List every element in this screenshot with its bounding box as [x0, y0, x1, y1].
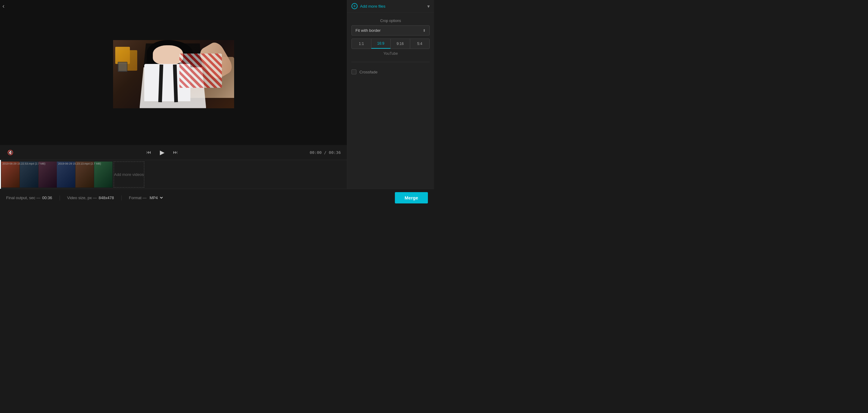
- timeline-clips: 2019-06-29 15.22.53.mp4 (2.7 MB) 2019-06…: [0, 161, 147, 187]
- video-size-item: Video size, px — 848x478: [67, 196, 114, 200]
- clip-1-thumb-3: [38, 161, 57, 187]
- clip-2-label: 2019-06-29 15.23.13.mp4 (2.7 MB): [58, 162, 101, 165]
- status-divider-1: [60, 196, 60, 200]
- output-value: 00:36: [42, 196, 52, 200]
- aspect-1-1-button[interactable]: 1:1: [352, 39, 371, 49]
- chevron-down-icon[interactable]: ▾: [427, 3, 430, 9]
- skip-back-icon: ⏮: [146, 150, 151, 155]
- format-select[interactable]: MP4 MOV AVI: [149, 195, 164, 200]
- play-icon: ▶: [160, 149, 164, 156]
- size-label: Video size, px —: [67, 196, 97, 200]
- add-files-label: Add more files: [360, 4, 385, 8]
- format-item: Format — MP4 MOV AVI: [129, 195, 164, 200]
- merge-button[interactable]: Merge: [395, 192, 428, 203]
- total-time: 00:36: [329, 150, 341, 155]
- clip-2-thumb-3: [94, 161, 113, 187]
- skip-forward-icon: ⏭: [173, 150, 178, 155]
- size-value: 848x478: [99, 196, 114, 200]
- clip-2[interactable]: 2019-06-29 15.23.13.mp4 (2.7 MB): [57, 161, 112, 187]
- divider: [351, 62, 430, 62]
- video-preview: [0, 0, 347, 145]
- clip-1-label: 2019-06-29 15.22.53.mp4 (2.7 MB): [2, 162, 45, 165]
- play-button[interactable]: ▶: [159, 147, 166, 157]
- crossfade-label: Crossfade: [360, 70, 377, 74]
- add-circle-icon: +: [351, 3, 358, 9]
- mute-icon: 🔇: [7, 150, 13, 155]
- dropdown-value: Fit with border: [355, 28, 380, 33]
- clip-1-thumbnails: [1, 161, 56, 187]
- crossfade-row: Crossfade: [351, 68, 430, 76]
- output-duration-item: Final output, sec — 00:36: [6, 196, 52, 200]
- back-button[interactable]: ‹: [2, 2, 5, 9]
- add-videos-label: Add more videos: [114, 172, 144, 177]
- status-divider-2: [121, 196, 122, 200]
- timeline: 2019-06-29 15.22.53.mp4 (2.7 MB) 2019-06…: [0, 160, 347, 189]
- status-bar: Final output, sec — 00:36 Video size, px…: [0, 189, 434, 206]
- aspect-ratio-buttons: 1:1 16:9 9:16 5:4: [351, 38, 430, 49]
- timeline-scrubber[interactable]: [0, 160, 1, 189]
- add-videos-zone[interactable]: Add more videos: [114, 161, 144, 187]
- clip-1-thumb-1: [1, 161, 20, 187]
- panel-top: + Add more files ▾: [347, 0, 434, 12]
- mute-button[interactable]: 🔇: [6, 148, 15, 157]
- aspect-16-9-button[interactable]: 16:9: [371, 39, 391, 49]
- add-files-button[interactable]: + Add more files: [351, 3, 385, 9]
- crop-dropdown[interactable]: Fit with border ⬍: [351, 25, 430, 35]
- dropdown-container: Fit with border ⬍: [351, 25, 430, 35]
- format-label: Format —: [129, 196, 147, 200]
- current-time: 00:00: [310, 150, 321, 155]
- crop-section-label: Crop options: [351, 19, 430, 23]
- output-label: Final output, sec —: [6, 196, 40, 200]
- video-controls: 🔇 ⏮ ▶ ⏭ 00:00 / 00:36: [0, 145, 347, 160]
- time-display: 00:00 / 00:36: [310, 150, 341, 155]
- panel-content: Crop options Fit with border ⬍ 1:1 16:9 …: [347, 12, 434, 189]
- clip-2-thumbnails: [57, 161, 112, 187]
- crop-options-section: Crop options Fit with border ⬍ 1:1 16:9 …: [351, 19, 430, 56]
- video-frame: [113, 40, 234, 108]
- skip-forward-button[interactable]: ⏭: [172, 148, 179, 156]
- clip-1-thumb-2: [20, 161, 38, 187]
- aspect-9-16-button[interactable]: 9:16: [391, 39, 410, 49]
- clip-2-thumb-1: [57, 161, 75, 187]
- youtube-label: YouTube: [351, 51, 430, 56]
- time-separator: /: [324, 150, 329, 155]
- clip-1[interactable]: 2019-06-29 15.22.53.mp4 (2.7 MB): [1, 161, 56, 187]
- right-panel: + Add more files ▾ Crop options Fit with…: [347, 0, 434, 189]
- crossfade-checkbox[interactable]: [351, 69, 356, 74]
- aspect-5-4-button[interactable]: 5:4: [410, 39, 430, 49]
- clip-2-thumb-2: [75, 161, 94, 187]
- skip-back-button[interactable]: ⏮: [145, 148, 153, 156]
- dropdown-arrow-icon: ⬍: [423, 28, 426, 33]
